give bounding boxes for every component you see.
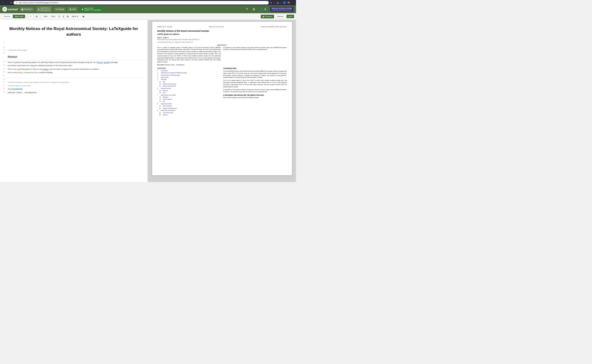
line-content-91 (7, 78, 147, 81)
forward-button[interactable]: → (6, 1, 8, 4)
history-button[interactable]: ◍ HISTORY &REVISIONS (36, 6, 52, 12)
manual-button[interactable]: Manual (275, 14, 285, 19)
preview-label: Preview (265, 15, 272, 18)
line-row-86: 86 This is a guide for preparing papers … (0, 60, 147, 64)
toolbar-separator-1 (27, 14, 27, 19)
rich-text-button[interactable]: Rich Text (13, 15, 25, 18)
line-number-90: 90 (0, 74, 7, 77)
toc-label: Captions and placement (163, 107, 177, 110)
toc-num: 1 (157, 70, 160, 72)
toc-label: Sections (163, 90, 168, 92)
section-button[interactable]: § (57, 15, 61, 19)
journal-badge-line2: of the Royal Astronomical Society (272, 9, 292, 11)
pdf-section2-text: Every LATEX distribution should include … (223, 97, 287, 99)
pdf-abstract-cols: This is a guide for preparing papers for… (157, 46, 287, 63)
toc-num: 6.2 (159, 92, 162, 94)
insert-button[interactable]: ⇧ (28, 14, 33, 19)
auto-button[interactable]: Auto (286, 15, 294, 18)
bookmark-icon[interactable]: ★ (270, 1, 272, 4)
overleaf-logo[interactable]: O verleaf (2, 7, 18, 12)
extension-icon[interactable]: ◑ (277, 1, 279, 4)
more-dropdown[interactable]: More ▼ (71, 15, 80, 18)
address-bar[interactable]: 🔒 https://www.overleaf.com/6549695xgyqbn… (13, 1, 269, 5)
history-label: HISTORY &REVISIONS (40, 7, 50, 11)
toc-label: Sections and lists (161, 87, 171, 90)
edit-button[interactable]: Edit (42, 15, 49, 18)
help-button[interactable]: ? (244, 7, 249, 12)
toc-label: Equations (163, 96, 168, 98)
line-content-84: % Abstract of the paper (7, 49, 147, 52)
line-number-85: 85 (0, 52, 7, 55)
preview-pane[interactable]: MNRAS 000, 1–10 (2015) Preprint 11 Octob… (148, 20, 296, 182)
journal-badge-line1: MONTHLY NOTICES LETTERS (272, 7, 292, 9)
pdf-updated: Last updated 2015 May 22; in original fo… (157, 41, 287, 43)
line-content-88: This is not a general guide on how to us… (7, 68, 147, 71)
toc-item: 7Mathematics and symbols (157, 94, 221, 96)
camera-icon[interactable]: 📸 (287, 1, 290, 4)
collapse-button[interactable]: ◀ (80, 14, 86, 19)
toc-item: 8.2Captions and placement (157, 107, 221, 110)
journal-badge[interactable]: MONTHLY NOTICES LETTERS of the Royal Ast… (270, 6, 294, 12)
pdf-intro-text2: This is not a general guide on how to us… (223, 79, 287, 88)
pdf-abstract-head: ABSTRACT (157, 45, 287, 46)
toc-item: 6Sections and lists (157, 87, 221, 90)
toc-num: 7.2 (159, 98, 162, 100)
bold-button[interactable]: B (66, 15, 70, 19)
toc-num: 7.1 (159, 96, 162, 98)
toc-num: 4 (157, 76, 160, 78)
menu-icon[interactable]: ⋮ (292, 1, 294, 4)
line-content (7, 42, 147, 44)
line-row-87: 87 It provides instructions for using th… (0, 64, 147, 67)
toc-item: 9.1Cross-referencing (157, 112, 221, 114)
toc-item: 5.2Authors and institutions (157, 83, 221, 85)
logo-circle: O (2, 7, 7, 12)
section2-button[interactable]: § (61, 15, 65, 19)
toc-label: Title (163, 81, 165, 83)
share-button[interactable]: ⇧ SHARE (54, 7, 66, 11)
line-number-86: 86 (0, 61, 7, 64)
line-content-95: editorials, notices -- miscellaneous (7, 91, 147, 94)
pdf-abstract-text2: For guidance on the contents of papers, … (223, 47, 287, 50)
line-content-85 (7, 52, 147, 55)
extension-icon2[interactable]: □ (280, 1, 282, 4)
editor-lines: 1 83 84 % Abstract of the paper 85 (0, 42, 147, 95)
back-button[interactable]: ← (2, 1, 5, 4)
history-toolbar-button[interactable]: ◍ (34, 14, 39, 19)
pdf-button[interactable]: 🗎 PDF (68, 7, 78, 11)
next-step-button[interactable]: ▶ NEXT STEP: SUBMIT TO JOURNAL (80, 6, 104, 12)
overleaf-header: O verleaf ▣ PROJECT ◍ HISTORY &REVISIONS… (0, 5, 296, 13)
toc-label: Abstract and keywords (163, 85, 176, 87)
user-button[interactable]: 👤 ▼ (259, 7, 268, 11)
toc-num: 2 (157, 72, 160, 74)
find-button[interactable]: Find (50, 15, 57, 18)
pdf-intro-head: 1 INTRODUCTION (223, 68, 287, 69)
settings-button[interactable]: ⚙ (251, 7, 257, 12)
source-button[interactable]: Source (2, 14, 12, 19)
toc-label: References and citations (161, 110, 175, 111)
more-label: More (72, 15, 76, 18)
toc-num: 6.1 (159, 90, 162, 92)
preview-button[interactable]: ▶ Preview (261, 15, 274, 19)
pdf-abstract-col-right: For guidance on the contents of papers, … (223, 46, 287, 63)
line-content-87: It provides instructions for using the a… (7, 64, 147, 67)
toolbar: Source Rich Text ⇧ ◍ Edit Find § § B Mor… (0, 13, 296, 20)
refresh-button[interactable]: ↻ (10, 1, 12, 4)
document-title-area: Monthly Notices of the Royal Astronomica… (0, 22, 147, 42)
line-row-89: 89 See \texttt{mnras\_template.tex} for … (0, 71, 147, 74)
toc-num: 5.3 (159, 85, 162, 87)
project-button[interactable]: ▣ PROJECT (20, 7, 34, 11)
toc-item: 2Obtaining and installing the MNRAS pack… (157, 72, 221, 74)
editor-pane[interactable]: Monthly Notices of the Royal Astronomica… (0, 20, 148, 182)
notification-badge[interactable]: 1 (283, 1, 286, 4)
toc-num: 9.2 (159, 114, 162, 116)
line-row-93: 93 % Don't make up new ones. (0, 84, 147, 87)
main-area: Monthly Notices of the Royal Astronomica… (0, 20, 296, 182)
logo-text: verleaf (8, 7, 18, 11)
toc-num: 9 (157, 110, 160, 111)
toc-num: 9.1 (159, 112, 162, 114)
line-row-85: 85 (0, 52, 147, 55)
line-row-92: 92 % Select between one and six entries … (0, 81, 147, 84)
profile-icon[interactable]: ● (274, 1, 275, 4)
document-title: Monthly Notices of the Royal Astronomica… (7, 26, 140, 37)
pdf-abstract-text: This is a guide for preparing papers for… (157, 47, 221, 63)
